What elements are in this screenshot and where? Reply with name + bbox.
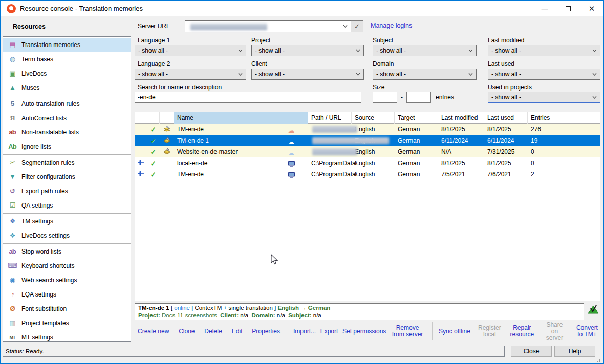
sidebar-item-lqa-settings[interactable]: ◔ LQA settings — [3, 287, 131, 302]
repair-resource-button[interactable]: Repair resource — [509, 325, 535, 338]
sync-offline-button[interactable]: Sync offline — [439, 328, 470, 335]
tm-list-table: Name Path / URL Source Target Last modif… — [135, 112, 600, 301]
sidebar-item-web-search-settings[interactable]: ◉ Web search settings — [3, 273, 131, 287]
status-bar: Status: Ready. — [3, 346, 505, 357]
sidebar-item-label: Translation memories — [21, 41, 80, 49]
sidebar-item-non-translatable-lists[interactable]: ab Non-translatable lists — [3, 125, 131, 140]
table-row-selected[interactable]: ✓ TM-en-de 1☁ English German 6/11/2024 6… — [135, 135, 600, 146]
sidebar-item-livedocs-settings[interactable]: ❖ LiveDocs settings — [3, 229, 131, 243]
sidebar-item-export-path-rules[interactable]: ↺ Export path rules — [3, 184, 131, 198]
last-modified-column-header[interactable]: Last modified — [438, 112, 484, 124]
help-button[interactable]: Help — [554, 346, 595, 357]
status-column-header[interactable] — [146, 112, 160, 124]
create-new-button[interactable]: Create new — [138, 328, 169, 335]
import-button[interactable]: Import... — [293, 328, 316, 335]
sidebar-item-stop-word-lists[interactable]: ab Stop word lists — [3, 244, 131, 259]
sidebar-item-ignore-lists[interactable]: Ab Ignore lists — [3, 140, 131, 154]
source-column-header[interactable]: Source — [352, 112, 395, 124]
domain-value: - show all - — [376, 71, 406, 78]
export-button[interactable]: Export — [320, 328, 338, 335]
last-modified-select[interactable]: - show all - — [488, 45, 600, 56]
clone-button[interactable]: Clone — [179, 328, 195, 335]
sidebar-item-muses[interactable]: ▲ Muses — [3, 81, 131, 95]
domain-label: Domain — [373, 60, 394, 67]
path-column-header[interactable]: Path / URL — [308, 112, 352, 124]
chevron-down-icon — [592, 49, 597, 52]
used-in-projects-select[interactable]: - show all - — [488, 92, 600, 103]
project-templates-icon: ▦ — [7, 318, 17, 328]
title-bar[interactable]: Resource console - Translation memories … — [1, 1, 603, 16]
sidebar-item-term-bases[interactable]: ◍ Term bases — [3, 52, 131, 66]
convert-to-tm-plus-button[interactable]: Convert to TM+ — [574, 325, 600, 338]
keyboard-shortcuts-icon: ⌨ — [7, 261, 17, 270]
sidebar-item-label: Auto-translation rules — [21, 100, 79, 107]
language2-select[interactable]: - show all - — [135, 69, 246, 80]
connect-server-button[interactable]: ✓ — [351, 20, 363, 32]
last-used-select[interactable]: - show all - — [488, 69, 600, 80]
last-modified-value: N/A — [438, 148, 484, 155]
tm-name: TM-en-de — [177, 171, 204, 178]
share-on-server-button[interactable]: Share on server — [542, 322, 567, 342]
sidebar-item-mt-settings[interactable]: MT MT settings — [3, 330, 131, 345]
sidebar-item-project-templates[interactable]: ▦ Project templates — [3, 316, 131, 330]
sidebar-item-qa-settings[interactable]: ☑ QA settings — [3, 198, 131, 213]
web-search-settings-icon: ◉ — [7, 276, 17, 285]
project-select[interactable]: - show all - — [251, 45, 364, 56]
pin-icon — [135, 170, 146, 179]
sidebar-item-autocorrect-lists[interactable]: Я AutoCorrect lists — [3, 111, 131, 125]
set-permissions-button[interactable]: Set permissions — [342, 328, 386, 335]
pin-icon — [135, 159, 146, 168]
delete-button[interactable]: Delete — [204, 328, 222, 335]
source-language: English — [352, 171, 395, 178]
entries-column-header[interactable]: Entries — [528, 112, 600, 124]
sidebar-divider — [3, 96, 131, 96]
remove-from-server-button[interactable]: Remove from server — [391, 325, 424, 338]
register-local-button[interactable]: Register local — [477, 325, 502, 338]
used-in-projects-value: - show all - — [491, 94, 521, 101]
pin-column-header[interactable] — [135, 112, 146, 124]
language1-value: - show all - — [138, 47, 168, 54]
close-button[interactable]: Close — [511, 346, 552, 357]
close-window-button[interactable]: ✕ — [580, 1, 603, 16]
table-row[interactable]: ✓ TM-en-de☁ . English German 8/1/2025 8/… — [135, 124, 600, 135]
type-column-header[interactable] — [160, 112, 174, 124]
last-used-value: 6/11/2024 — [484, 137, 528, 144]
resource-status-icon — [587, 304, 599, 315]
maximize-button[interactable] — [556, 1, 580, 16]
domain-select[interactable]: - show all - — [373, 69, 477, 80]
name-column-header[interactable]: Name — [174, 112, 308, 124]
search-input[interactable] — [135, 92, 361, 103]
info-language-pair: English → German — [277, 305, 330, 311]
manage-logins-link[interactable]: Manage logins — [371, 22, 412, 29]
table-row[interactable]: ✓ local-en-de C:\ProgramData\... English… — [135, 157, 600, 169]
minimize-button[interactable]: — — [533, 1, 556, 16]
sidebar-item-tm-settings[interactable]: ❖ TM settings — [3, 214, 131, 229]
sidebar-item-font-substitution[interactable]: Ø Font substitution — [3, 302, 131, 316]
edit-button[interactable]: Edit — [232, 328, 243, 335]
server-url-combobox[interactable] — [185, 20, 351, 32]
properties-button[interactable]: Properties — [252, 328, 280, 335]
sidebar-item-keyboard-shortcuts[interactable]: ⌨ Keyboard shortcuts — [3, 259, 131, 273]
last-used-column-header[interactable]: Last used — [484, 112, 528, 124]
sidebar-item-livedocs[interactable]: ▣ LiveDocs — [3, 66, 131, 81]
last-used-value: 7/31/2025 — [484, 148, 528, 155]
sidebar-item-segmentation-rules[interactable]: ✂ Segmentation rules — [3, 155, 131, 170]
chevron-down-icon — [468, 49, 473, 52]
sidebar-item-translation-memories[interactable]: ▤ Translation memories — [3, 38, 131, 52]
last-modified-value: - show all - — [491, 47, 521, 54]
chevron-down-icon — [238, 73, 243, 76]
subject-select[interactable]: - show all - — [373, 45, 477, 56]
sidebar-item-filter-configurations[interactable]: ▼ Filter configurations — [3, 170, 131, 184]
chevron-down-icon — [592, 73, 597, 76]
size-min-input[interactable] — [373, 92, 397, 103]
sidebar-item-auto-translation-rules[interactable]: 5 Auto-translation rules — [3, 97, 131, 111]
resize-grip[interactable] — [597, 357, 601, 362]
maximize-icon — [566, 6, 571, 11]
table-row[interactable]: ✓ Website-en-de-master☁ . English German… — [135, 146, 600, 157]
target-column-header[interactable]: Target — [395, 112, 438, 124]
client-select[interactable]: - show all - — [251, 69, 364, 80]
size-max-input[interactable] — [406, 92, 431, 103]
table-row[interactable]: ✓ TM-en-de C:\ProgramData\... English Ge… — [135, 169, 600, 180]
lqa-settings-icon: ◔ — [7, 290, 17, 299]
language1-select[interactable]: - show all - — [135, 45, 246, 56]
